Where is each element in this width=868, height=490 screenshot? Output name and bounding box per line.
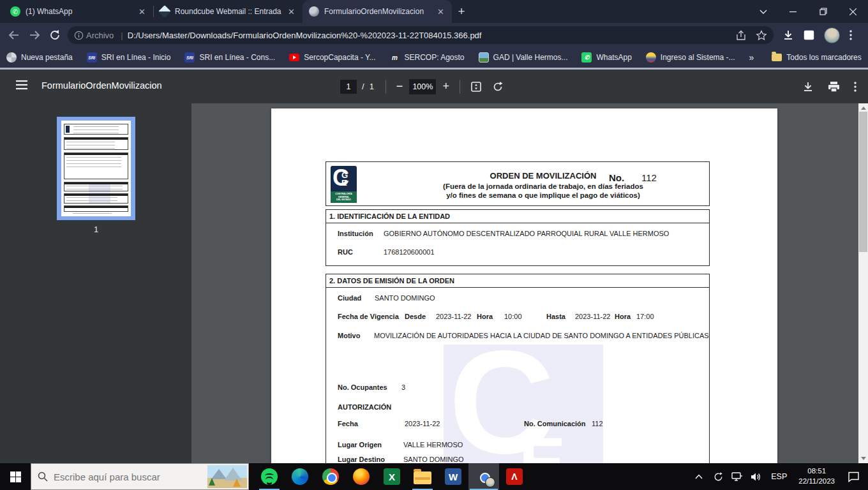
search-highlights-image[interactable] xyxy=(207,465,247,488)
taskbar-spotify[interactable] xyxy=(254,463,285,490)
origen-value: VALLE HERMOSO xyxy=(403,441,463,449)
bookmark-sercop-agosto[interactable]: m SERCOP: Agosto xyxy=(390,52,465,63)
tray-clock[interactable]: 08:51 22/11/2023 xyxy=(798,466,835,486)
bookmark-whatsapp[interactable]: ✆ WhatsApp xyxy=(581,52,631,63)
section-1-header: 1. IDENTIFICACIÓN DE LA ENTIDAD xyxy=(326,210,709,223)
bookmark-label: Ingreso al Sistema -... xyxy=(661,53,735,62)
section-1-box: 1. IDENTIFICACIÓN DE LA ENTIDAD Instituc… xyxy=(326,209,710,266)
bookmark-gad-valle-hermoso[interactable]: GAD | Valle Hermos... xyxy=(479,52,568,63)
fit-to-page-icon[interactable] xyxy=(470,81,482,93)
bookmark-sercopcapacita[interactable]: SercopCapacita - Y... xyxy=(289,53,375,62)
taskbar-file-explorer[interactable] xyxy=(407,463,438,490)
pdf-more-icon[interactable] xyxy=(854,82,857,92)
hora-desde-value: 10:00 xyxy=(504,313,522,320)
scrollbar-thumb[interactable] xyxy=(859,112,867,252)
tab-whatsapp[interactable]: ✆ (1) WhatsApp ✕ xyxy=(4,0,153,23)
page-number-input[interactable] xyxy=(340,80,357,94)
taskbar-firefox[interactable] xyxy=(346,463,377,490)
bookmark-nueva-pestana[interactable]: Nueva pestaña xyxy=(6,52,73,63)
page-thumbnail[interactable] xyxy=(57,117,135,220)
institucion-value: GOBIERNO AUTÓNOMO DESCENTRALIZADO PARROQ… xyxy=(384,230,669,237)
youtube-icon xyxy=(289,54,299,61)
taskbar-acrobat[interactable]: Λ xyxy=(499,463,530,490)
vertical-scrollbar[interactable] xyxy=(858,103,868,463)
profile-avatar[interactable] xyxy=(824,27,840,43)
side-panel-icon[interactable] xyxy=(804,30,814,40)
taskbar-excel[interactable]: X xyxy=(377,463,407,490)
pdf-menu-icon[interactable] xyxy=(15,80,28,90)
comunicacion-value: 112 xyxy=(592,420,603,427)
windows-logo-icon xyxy=(10,471,21,482)
tab-close-icon[interactable]: ✕ xyxy=(287,6,296,17)
bookmark-label: Nueva pestaña xyxy=(21,53,73,62)
bookmark-ingreso-sistema[interactable]: Ingreso al Sistema -... xyxy=(646,52,735,63)
sri-icon: SRI xyxy=(184,52,195,63)
roundcube-icon xyxy=(158,5,171,18)
file-explorer-icon xyxy=(414,471,431,484)
bookmark-label: SRI en Línea - Inicio xyxy=(101,53,171,62)
tab-search-chevron-icon[interactable] xyxy=(748,0,778,23)
reload-icon[interactable] xyxy=(45,29,65,41)
pdf-print-icon[interactable] xyxy=(828,81,840,93)
document-subtitle-line2: y/o fines de semana o que implique el pa… xyxy=(403,191,684,200)
taskbar-chrome[interactable] xyxy=(315,463,346,490)
browser-menu-icon[interactable] xyxy=(849,30,852,40)
tab-close-icon[interactable]: ✕ xyxy=(137,6,147,17)
bookmarks-bar: Nueva pestaña SRI SRI en Línea - Inicio … xyxy=(0,47,868,68)
new-tab-button[interactable]: + xyxy=(452,0,471,23)
share-icon[interactable] xyxy=(735,30,747,41)
hasta-value: 2023-11-22 xyxy=(575,313,610,320)
info-icon[interactable] xyxy=(74,31,84,40)
scroll-down-icon[interactable] xyxy=(861,457,866,460)
close-window-button[interactable] xyxy=(838,0,868,23)
url-text[interactable]: D:/Users/Master/Downloads/FormularioOrde… xyxy=(128,31,730,40)
scroll-up-icon[interactable] xyxy=(861,107,866,110)
bookmark-sri-consultas[interactable]: SRI SRI en Línea - Cons... xyxy=(184,52,275,63)
order-number-value: 112 xyxy=(641,172,657,183)
tray-chevron-up-icon[interactable] xyxy=(691,474,707,479)
form-header-box: C G E CONTRALORÍA GENERAL DEL ESTADO ORD… xyxy=(326,161,710,206)
browser-titlebar: ✆ (1) WhatsApp ✕ Roundcube Webmail :: En… xyxy=(0,0,868,23)
pdf-download-icon[interactable] xyxy=(802,81,814,93)
start-button[interactable] xyxy=(0,463,31,490)
search-input[interactable] xyxy=(54,471,181,482)
tray-network-icon[interactable] xyxy=(729,471,745,482)
pdf-viewer-content: 1 C E C G E CONTRALORÍA GENERAL DEL ESTA… xyxy=(0,103,868,463)
globe-icon xyxy=(6,52,17,63)
downloads-icon[interactable] xyxy=(782,29,794,41)
bookmarks-overflow-icon[interactable]: » xyxy=(749,52,754,63)
minimize-button[interactable] xyxy=(778,0,808,23)
zoom-level[interactable]: 100% xyxy=(409,79,436,94)
taskbar-edge[interactable] xyxy=(285,463,315,490)
taskbar-chrome-profile-active[interactable] xyxy=(468,463,499,490)
forward-icon[interactable] xyxy=(24,30,45,40)
tab-formulario-active[interactable]: FormularioOrdenMovilizacion ✕ xyxy=(303,0,452,23)
restore-button[interactable] xyxy=(808,0,838,23)
tab-close-icon[interactable]: ✕ xyxy=(436,6,445,17)
address-bar[interactable]: Archivo | D:/Users/Master/Downloads/Form… xyxy=(68,26,774,44)
language-indicator[interactable]: ESP xyxy=(771,472,787,481)
window-controls xyxy=(748,0,868,23)
back-icon[interactable] xyxy=(4,30,24,40)
tab-roundcube[interactable]: Roundcube Webmail :: Entrada ✕ xyxy=(153,0,303,23)
rotate-icon[interactable] xyxy=(492,81,504,93)
action-center-icon[interactable] xyxy=(842,471,864,482)
taskbar-search[interactable] xyxy=(31,463,249,490)
zoom-in-button[interactable]: + xyxy=(442,80,449,93)
autorizacion-header: AUTORIZACIÓN xyxy=(338,403,391,411)
tray-volume-icon[interactable] xyxy=(748,472,765,482)
bookmark-star-icon[interactable] xyxy=(756,30,767,41)
bookmark-sri-inicio[interactable]: SRI SRI en Línea - Inicio xyxy=(87,52,171,63)
zoom-out-button[interactable]: − xyxy=(396,80,403,93)
tray-sync-icon[interactable] xyxy=(710,471,726,482)
all-bookmarks-button[interactable]: Todos los marcadores xyxy=(772,53,861,62)
tab-strip: ✆ (1) WhatsApp ✕ Roundcube Webmail :: En… xyxy=(0,0,471,23)
chrome-icon xyxy=(322,468,339,485)
fecha-autorizacion-value: 2023-11-22 xyxy=(405,420,440,427)
taskbar-word[interactable]: W xyxy=(438,463,468,490)
browser-toolbar: Archivo | D:/Users/Master/Downloads/Form… xyxy=(0,23,868,47)
ocupantes-value: 3 xyxy=(401,383,405,391)
profile-badge-avatar xyxy=(485,477,495,487)
bookmark-label: SercopCapacita - Y... xyxy=(304,53,375,62)
bookmark-label: GAD | Valle Hermos... xyxy=(493,53,568,62)
